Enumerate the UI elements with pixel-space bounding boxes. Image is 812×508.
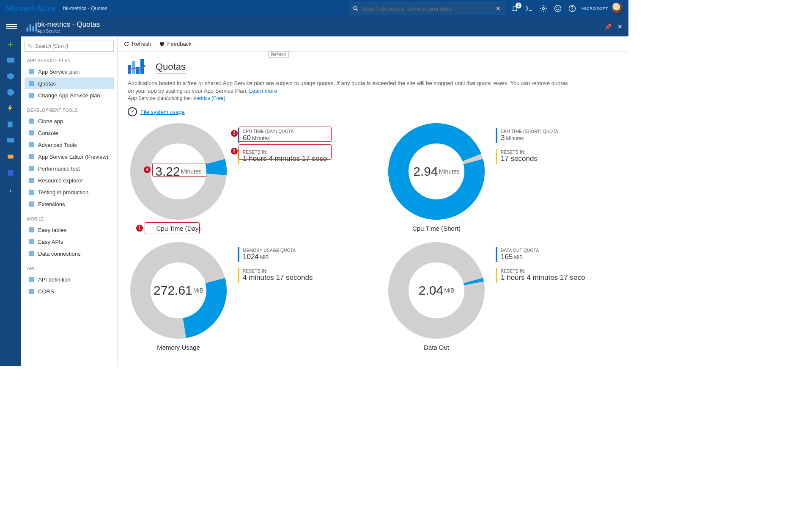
rail-sql-icon[interactable]: [5, 119, 16, 130]
nav-item[interactable]: Testing in production: [25, 186, 114, 198]
left-rail: ＋ ›: [0, 36, 21, 366]
quota-name: Memory Usage: [128, 344, 229, 351]
svg-point-37: [128, 70, 129, 72]
nav-item-label: API definition: [38, 276, 71, 283]
global-search[interactable]: ✕: [349, 3, 505, 14]
help-icon[interactable]: [568, 4, 576, 13]
menu-search[interactable]: [25, 41, 114, 52]
pin-icon[interactable]: 📌: [604, 23, 612, 30]
nav-item[interactable]: Easy APIs: [25, 236, 114, 248]
learn-more-link[interactable]: Learn more: [249, 88, 277, 94]
nav-item-icon: [28, 92, 35, 99]
clear-search-icon[interactable]: ✕: [495, 5, 502, 12]
nav-item[interactable]: Performance test: [25, 163, 114, 174]
global-search-input[interactable]: [361, 6, 495, 12]
svg-rect-16: [7, 138, 14, 142]
quota-reset-box: RESETS IN:1 hours 4 minutes 17 seco: [238, 149, 327, 164]
svg-rect-33: [29, 239, 34, 244]
rail-dashboard-icon[interactable]: [5, 55, 16, 65]
rail-misc-icon[interactable]: [5, 168, 16, 178]
quota-unit: Minutes: [181, 168, 202, 175]
svg-rect-12: [7, 58, 14, 62]
hamburger-menu[interactable]: [6, 23, 17, 30]
intro-text: Applications hosted in a free or shared …: [128, 80, 572, 94]
nav-item-icon: [28, 177, 35, 184]
nav-item-label: Console: [38, 130, 58, 136]
nav-item-icon: [28, 250, 35, 257]
user-avatar[interactable]: [612, 3, 623, 14]
nav-item-icon: [28, 201, 35, 207]
nav-item-icon: [28, 238, 35, 245]
nav-item[interactable]: Resource explorer: [25, 174, 114, 186]
rail-web-icon[interactable]: [5, 87, 16, 97]
nav-group-label: API: [27, 266, 111, 271]
feedback-label: Feedback: [167, 41, 192, 47]
nav-item[interactable]: Quotas: [25, 77, 114, 89]
rail-expand-icon[interactable]: ›: [5, 185, 16, 196]
feedback-smile-icon[interactable]: [554, 4, 562, 13]
svg-point-7: [572, 10, 573, 11]
rail-function-icon[interactable]: [5, 103, 16, 113]
nav-item[interactable]: Data connections: [25, 248, 114, 260]
menu-search-input[interactable]: [35, 43, 111, 49]
rail-new-icon[interactable]: ＋: [5, 39, 16, 49]
svg-rect-8: [27, 28, 28, 32]
svg-rect-35: [29, 277, 34, 282]
file-system-usage-link[interactable]: File system usage: [140, 109, 185, 115]
notification-badge: 2: [516, 3, 521, 8]
quotas-blade-icon: [25, 21, 37, 33]
notifications-icon[interactable]: 2: [510, 4, 519, 13]
svg-rect-21: [29, 69, 34, 74]
svg-line-1: [357, 9, 358, 11]
feedback-button[interactable]: Feedback: [159, 41, 192, 47]
rail-vm-icon[interactable]: [5, 135, 16, 146]
nav-item[interactable]: App Service plan: [25, 66, 114, 77]
svg-rect-24: [29, 119, 34, 124]
svg-rect-28: [29, 166, 34, 171]
svg-point-38: [133, 67, 134, 69]
nav-item[interactable]: CORS: [25, 285, 114, 297]
quota-limit-box: CPU TIME (SHORT) QUOTA3Minutes: [496, 128, 558, 143]
pricing-tier-link[interactable]: metrics (Free): [194, 95, 225, 101]
quota-reset-box: RESETS IN:4 minutes 17 seconds: [238, 268, 313, 283]
quota-value: 2.04: [419, 283, 443, 298]
brand[interactable]: Microsoft Azure: [6, 4, 55, 13]
refresh-tooltip: Refresh: [268, 51, 289, 58]
rail-storage-icon[interactable]: [5, 152, 16, 162]
nav-item[interactable]: Clone app: [25, 115, 114, 127]
nav-item-label: Performance test: [38, 166, 80, 172]
quota-limit-box: CPU TIME (DAY) QUOTA60Minutes: [238, 128, 327, 143]
close-icon[interactable]: ✕: [617, 23, 623, 30]
nav-group-label: APP SERVICE PLAN: [27, 58, 111, 63]
nav-item[interactable]: Change App Service plan: [25, 89, 114, 101]
command-bar: Refresh Feedback: [118, 36, 628, 52]
nav-item-icon: [28, 68, 35, 75]
settings-icon[interactable]: [539, 4, 548, 13]
content: Quotas Applications hosted in a free or …: [118, 52, 628, 366]
nav-item[interactable]: API definition: [25, 273, 114, 285]
blade-subtitle: App Service: [37, 29, 100, 33]
nav-item[interactable]: App Service Editor (Preview): [25, 151, 114, 163]
refresh-button[interactable]: Refresh: [123, 41, 151, 47]
refresh-label: Refresh: [132, 41, 151, 47]
nav-item-label: Easy APIs: [38, 239, 63, 245]
nav-item[interactable]: Console: [25, 127, 114, 139]
svg-rect-31: [29, 202, 34, 207]
nav-item-icon: [28, 118, 35, 124]
svg-point-2: [543, 8, 545, 10]
nav-item[interactable]: Advanced Tools: [25, 139, 114, 151]
breadcrumb[interactable]: bk-metrics - Quotas: [63, 6, 107, 11]
nav-item[interactable]: Easy tables: [25, 224, 114, 236]
nav-item-label: Clone app: [38, 118, 63, 124]
nav-item-label: Data connections: [38, 251, 80, 257]
quota-card: 3.22MinutesCpu Time (Day)CPU TIME (DAY) …: [128, 121, 360, 232]
cloud-shell-icon[interactable]: [525, 4, 533, 13]
svg-point-3: [555, 6, 561, 12]
svg-point-5: [559, 8, 559, 8]
nav-item[interactable]: Extensions: [25, 198, 114, 210]
svg-point-4: [557, 8, 557, 8]
nav-item-label: App Service plan: [38, 69, 80, 75]
quota-unit: MiB: [193, 287, 203, 294]
svg-point-0: [354, 6, 357, 10]
rail-resource-icon[interactable]: [5, 71, 16, 81]
